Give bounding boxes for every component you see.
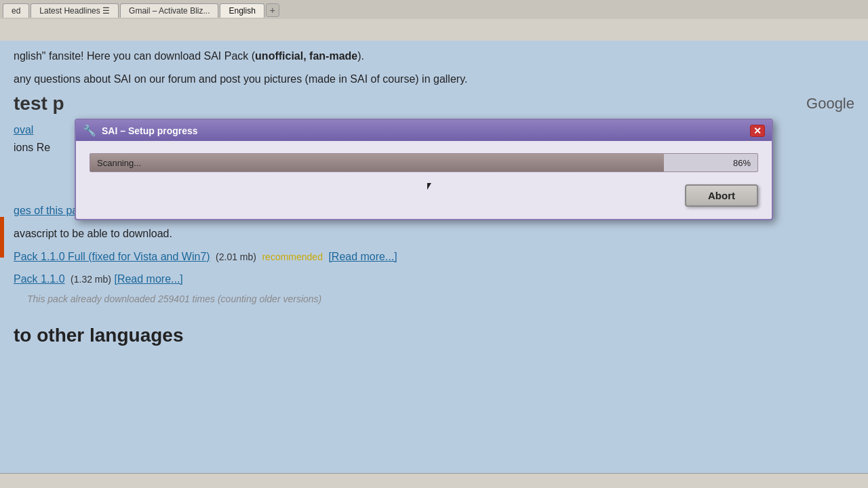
intro-line1: nglish" fansite! Here you can download S…	[14, 47, 854, 65]
tab-headlines-label: Latest Headlines ☰	[39, 6, 110, 16]
progress-bar-container: Scanning... 86%	[90, 153, 758, 172]
tab-headlines[interactable]: Latest Headlines ☰	[31, 3, 119, 18]
intro-text3: any questions about SAI on our forum and…	[14, 73, 467, 85]
tab-bar: ed Latest Headlines ☰ Gmail – Activate B…	[0, 0, 868, 19]
left-accent	[0, 217, 4, 258]
setup-icon: 🔧	[83, 124, 96, 137]
download1-link[interactable]: Pack 1.1.0 Full (fixed for Vista and Win…	[14, 251, 210, 262]
tab-english[interactable]: English	[220, 3, 264, 18]
download2-link[interactable]: Pack 1.1.0	[14, 273, 65, 285]
page-heading: test p	[14, 93, 854, 115]
tab-ed[interactable]: ed	[3, 3, 29, 18]
browser-chrome: ed Latest Headlines ☰ Gmail – Activate B…	[0, 0, 868, 41]
languages-heading: to other languages	[14, 325, 854, 346]
download1-line: Pack 1.1.0 Full (fixed for Vista and Win…	[14, 248, 854, 266]
progress-percent: 86%	[733, 158, 751, 168]
dialog-body: Scanning... 86% Abort	[76, 141, 772, 219]
dialog-title-left: 🔧 SAI – Setup progress	[83, 124, 198, 137]
page-content: nglish" fansite! Here you can download S…	[0, 41, 868, 488]
recommended-tag: recommended	[262, 251, 323, 262]
close-icon: ✕	[753, 125, 762, 136]
tab-add-icon: +	[270, 5, 275, 16]
js-text: avascript to be able to download.	[14, 228, 172, 239]
progress-bar-fill	[90, 154, 664, 171]
tab-add-button[interactable]: +	[266, 3, 279, 17]
dialog-close-button[interactable]: ✕	[750, 125, 765, 137]
link-oval2: ions Re	[14, 142, 50, 153]
tab-ed-label: ed	[12, 6, 20, 16]
download1-size: (2.01 mb)	[216, 251, 256, 262]
download1-read[interactable]: [Read more...]	[328, 251, 397, 262]
progress-label: Scanning...	[97, 158, 141, 168]
intro-line2: any questions about SAI on our forum and…	[14, 70, 854, 88]
setup-progress-dialog[interactable]: 🔧 SAI – Setup progress ✕ Scanning... 86%…	[75, 119, 773, 220]
intro-text1: nglish" fansite! Here you can download S…	[14, 50, 255, 62]
download2-line: Pack 1.1.0 (1.32 mb) [Read more...]	[14, 270, 854, 288]
dialog-title-text: SAI – Setup progress	[102, 125, 198, 136]
tab-english-label: English	[229, 6, 255, 16]
download2-read[interactable]: [Read more...]	[114, 273, 182, 285]
js-text-line: avascript to be able to download.	[14, 225, 854, 243]
tab-gmail[interactable]: Gmail – Activate Bliz...	[120, 3, 218, 18]
google-logo: Google	[806, 95, 854, 113]
download-count: This pack already downloaded 259401 time…	[27, 293, 854, 304]
status-bar	[0, 473, 868, 488]
intro-bold2: fan-made	[309, 50, 357, 62]
dialog-titlebar: 🔧 SAI – Setup progress ✕	[76, 120, 772, 141]
download2-size: (1.32 mb)	[71, 274, 111, 285]
tab-gmail-label: Gmail – Activate Bliz...	[129, 6, 210, 16]
dialog-footer: Abort	[90, 184, 758, 207]
intro-bold1: unofficial,	[255, 50, 307, 62]
intro-text2: ).	[357, 50, 364, 62]
link-oval[interactable]: oval	[14, 124, 33, 136]
nav-bar	[0, 19, 868, 41]
abort-button[interactable]: Abort	[685, 184, 758, 207]
